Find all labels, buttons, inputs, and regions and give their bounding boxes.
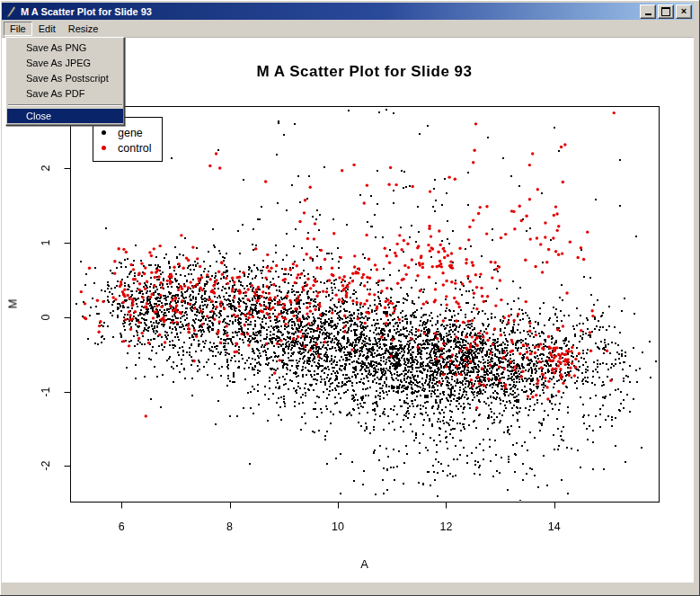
app-window: M A Scatter Plot for Slide 93 × File Edi… bbox=[0, 0, 700, 596]
x-tick-label: 6 bbox=[119, 520, 125, 533]
plot-title: M A Scatter Plot for Slide 93 bbox=[70, 63, 659, 81]
close-icon: × bbox=[681, 6, 687, 16]
gene-dot-icon bbox=[102, 130, 106, 135]
close-button[interactable]: × bbox=[676, 4, 692, 19]
y-tick-label: 2 bbox=[40, 165, 52, 172]
x-tick-label: 10 bbox=[332, 520, 344, 533]
legend-entry-control: control bbox=[93, 140, 162, 156]
menu-item-save-as-jpeg[interactable]: Save As JPEG bbox=[7, 56, 123, 71]
control-dot-icon bbox=[102, 146, 106, 150]
menu-item-close[interactable]: Close bbox=[7, 109, 123, 123]
menu-resize[interactable]: Resize bbox=[62, 22, 105, 36]
y-tick-label: -1 bbox=[40, 387, 52, 396]
menu-bar: File Edit Resize bbox=[2, 20, 694, 38]
menu-item-save-as-pdf[interactable]: Save As PDF bbox=[7, 86, 123, 102]
x-axis-title: A bbox=[360, 557, 368, 571]
maximize-button[interactable] bbox=[658, 4, 674, 19]
menu-item-save-as-postscript[interactable]: Save As Postscript bbox=[7, 71, 123, 86]
y-tick-label: -2 bbox=[40, 461, 52, 471]
y-axis-title: M bbox=[6, 299, 20, 309]
menu-separator bbox=[8, 104, 122, 106]
legend-entry-gene: gene bbox=[93, 125, 162, 140]
menu-edit[interactable]: Edit bbox=[32, 22, 62, 36]
menu-file[interactable]: File bbox=[4, 22, 32, 36]
x-tick-label: 12 bbox=[439, 520, 452, 533]
maximize-icon bbox=[661, 7, 670, 16]
menu-item-save-as-png[interactable]: Save As PNG bbox=[7, 40, 123, 56]
minimize-icon bbox=[645, 13, 651, 15]
file-dropdown-menu: Save As PNG Save As JPEG Save As Postscr… bbox=[5, 37, 125, 126]
y-tick-label: 1 bbox=[40, 240, 52, 246]
x-tick-label: 14 bbox=[548, 520, 561, 533]
minimize-button[interactable] bbox=[640, 4, 656, 19]
tk-feather-icon bbox=[4, 5, 17, 18]
title-bar[interactable]: M A Scatter Plot for Slide 93 × bbox=[2, 3, 694, 20]
y-tick-label: 0 bbox=[40, 314, 52, 320]
x-tick-label: 8 bbox=[226, 520, 233, 533]
window-title: M A Scatter Plot for Slide 93 bbox=[21, 6, 638, 17]
